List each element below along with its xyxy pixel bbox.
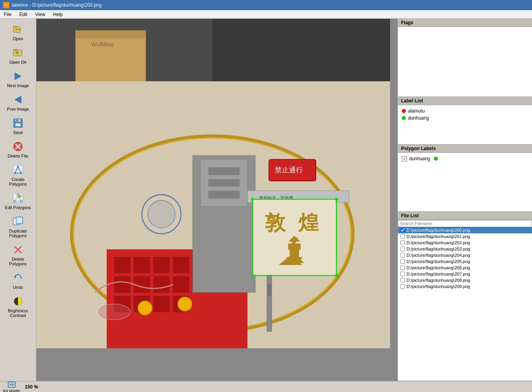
file-list-section: File List D:/picture/flag/dunhuang\200.p… [398, 212, 532, 381]
open-label: Open [13, 36, 23, 41]
file-item[interactable]: D:/picture/flag/dunhuang\206.png [398, 265, 532, 271]
file-name: D:/picture/flag/dunhuang\202.png [407, 240, 470, 245]
edit-polygons-button[interactable]: Edit Polygons [2, 190, 34, 212]
menu-help[interactable]: Help [49, 11, 67, 18]
brightness-contrast-label: Brightness Contrast [4, 308, 32, 318]
file-search-input[interactable] [398, 220, 532, 227]
file-checkbox[interactable] [400, 228, 405, 233]
open-button[interactable]: Open [2, 21, 34, 43]
dunhuang-label-text: dunhuang [408, 115, 429, 121]
delete-polygons-button[interactable]: Delete Polygons [2, 241, 34, 268]
delete-polygons-icon [12, 243, 24, 256]
file-checkbox[interactable] [400, 259, 405, 264]
next-image-button[interactable]: Next Image [2, 68, 34, 90]
svg-rect-57 [208, 191, 240, 199]
file-item[interactable]: D:/picture/flag/dunhuang\203.png [398, 246, 532, 252]
statusbar: Fit Width 150 % [0, 381, 532, 392]
menu-edit[interactable]: Edit [15, 11, 31, 18]
svg-text:WUBBug: WUBBug [91, 41, 114, 47]
label-item-dunhuang[interactable]: dunhuang [400, 115, 530, 122]
svg-marker-5 [15, 96, 21, 103]
svg-point-14 [14, 172, 16, 174]
svg-rect-8 [15, 123, 21, 127]
file-checkbox[interactable] [400, 240, 405, 245]
brightness-contrast-icon [12, 295, 24, 308]
file-checkbox[interactable] [400, 278, 405, 283]
svg-rect-30 [212, 19, 390, 81]
polygon-labels-header: Polygon Labels [398, 145, 532, 153]
dunhuang-checkbox[interactable]: ✓ [402, 156, 407, 161]
file-name: D:/picture/flag/dunhuang\200.png [407, 228, 470, 233]
svg-rect-22 [16, 217, 23, 224]
file-checkbox[interactable] [400, 234, 405, 239]
svg-rect-0 [13, 27, 20, 32]
svg-point-80 [148, 200, 175, 228]
file-item[interactable]: D:/picture/flag/dunhuang\208.png [398, 277, 532, 283]
polygon-dunhuang-text: dunhuang [409, 156, 430, 161]
polygon-label-dunhuang[interactable]: ✓ dunhuang [400, 155, 530, 162]
file-name: D:/picture/flag/dunhuang\209.png [407, 284, 470, 289]
brightness-contrast-button[interactable]: Brightness Contrast [2, 293, 34, 320]
alamutu-dot [402, 109, 406, 113]
svg-rect-44 [134, 277, 150, 292]
fit-width-label: Fit Width [3, 389, 20, 392]
title-text: labelme - D:/picture/flag/dunhuang\200.p… [12, 2, 102, 8]
titlebar: 🏷 labelme - D:/picture/flag/dunhuang\200… [0, 0, 532, 10]
undo-button[interactable]: Undo [2, 269, 34, 292]
file-item[interactable]: D:/picture/flag/dunhuang\201.png [398, 233, 532, 240]
svg-text:禁止通行: 禁止通行 [275, 166, 303, 174]
svg-point-66 [335, 274, 338, 277]
label-item-alamutu[interactable]: alamutu [400, 107, 530, 115]
undo-label: Undo [13, 285, 23, 290]
delete-file-button[interactable]: Delete File [2, 138, 34, 161]
main-content: Open Open Dir Next Image [0, 19, 532, 381]
svg-rect-73 [288, 243, 301, 250]
svg-rect-55 [208, 167, 240, 175]
file-item[interactable]: D:/picture/flag/dunhuang\209.png [398, 283, 532, 290]
file-checkbox[interactable] [400, 284, 405, 289]
save-button[interactable]: Save [2, 115, 34, 137]
file-item[interactable]: D:/picture/flag/dunhuang\205.png [398, 258, 532, 265]
file-item[interactable]: D:/picture/flag/dunhuang\204.png [398, 252, 532, 258]
delete-polygons-label: Delete Polygons [4, 257, 32, 266]
svg-rect-9 [16, 119, 18, 122]
menu-file[interactable]: File [0, 11, 15, 18]
right-panel: Flags Label List alamutu dunhuang Polygo… [398, 19, 532, 381]
file-item[interactable]: D:/picture/flag/dunhuang\207.png [398, 271, 532, 277]
next-image-icon [12, 70, 24, 82]
delete-file-label: Delete File [8, 154, 29, 158]
file-checkbox[interactable] [400, 265, 405, 270]
svg-point-18 [17, 194, 19, 196]
polygon-labels-content: ✓ dunhuang [398, 153, 532, 211]
image-canvas: WUBBug [36, 19, 398, 381]
file-checkbox[interactable] [400, 247, 405, 251]
svg-rect-59 [267, 285, 272, 296]
svg-rect-45 [154, 277, 169, 292]
file-name: D:/picture/flag/dunhuang\206.png [407, 265, 470, 270]
polygon-dunhuang-dot [434, 157, 438, 161]
svg-rect-3 [13, 49, 17, 51]
file-name: D:/picture/flag/dunhuang\204.png [407, 253, 470, 258]
file-item[interactable]: D:/picture/flag/dunhuang\202.png [398, 240, 532, 246]
scene-svg: WUBBug [36, 19, 390, 348]
create-polygons-button[interactable]: Create Polygons [2, 161, 34, 189]
file-name: D:/picture/flag/dunhuang\201.png [407, 234, 470, 239]
svg-rect-39 [115, 257, 130, 273]
menu-view[interactable]: View [31, 11, 49, 18]
zoom-level: 150 % [25, 384, 38, 390]
prev-image-button[interactable]: Prev Image [2, 91, 34, 114]
file-checkbox[interactable] [400, 272, 405, 276]
file-checkbox[interactable] [400, 253, 405, 258]
flags-header: Flags [398, 19, 532, 27]
svg-point-13 [17, 166, 19, 168]
svg-rect-46 [173, 277, 189, 292]
duplicate-polygons-label: Duplicate Polygons [4, 229, 32, 238]
svg-text:敦: 敦 [265, 212, 286, 234]
prev-image-label: Prev Image [7, 107, 29, 111]
open-dir-button[interactable]: Open Dir [2, 44, 34, 67]
canvas-area[interactable]: WUBBug [36, 19, 398, 381]
fit-width-button[interactable]: Fit Width [3, 380, 20, 392]
svg-rect-42 [173, 257, 189, 273]
file-item[interactable]: D:/picture/flag/dunhuang\200.png [398, 227, 532, 233]
duplicate-polygons-button[interactable]: Duplicate Polygons [2, 213, 34, 240]
